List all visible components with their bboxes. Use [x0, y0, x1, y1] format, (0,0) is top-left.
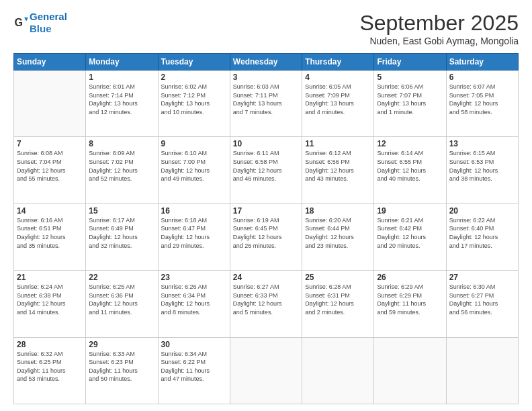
day-info: Sunrise: 6:15 AM Sunset: 6:53 PM Dayligh… [449, 149, 515, 183]
day-info: Sunrise: 6:16 AM Sunset: 6:51 PM Dayligh… [17, 216, 83, 250]
day-number: 30 [161, 340, 227, 349]
day-number: 29 [89, 340, 154, 349]
calendar-cell: 12Sunrise: 6:14 AM Sunset: 6:55 PM Dayli… [374, 137, 446, 203]
day-info: Sunrise: 6:20 AM Sunset: 6:44 PM Dayligh… [305, 216, 371, 250]
calendar-cell: 23Sunrise: 6:26 AM Sunset: 6:34 PM Dayli… [158, 271, 230, 337]
day-number: 11 [305, 139, 371, 148]
logo-icon: G [13, 15, 28, 30]
calendar-cell: 19Sunrise: 6:21 AM Sunset: 6:42 PM Dayli… [374, 203, 446, 270]
calendar-week-row: 14Sunrise: 6:16 AM Sunset: 6:51 PM Dayli… [14, 203, 519, 270]
page-header: G General Blue September 2025 Nuden, Eas… [13, 11, 519, 46]
day-number: 7 [17, 139, 83, 148]
calendar-cell: 2Sunrise: 6:02 AM Sunset: 7:12 PM Daylig… [158, 71, 230, 137]
calendar-week-row: 7Sunrise: 6:08 AM Sunset: 7:04 PM Daylig… [14, 137, 519, 203]
day-info: Sunrise: 6:22 AM Sunset: 6:40 PM Dayligh… [449, 216, 515, 250]
calendar-cell: 3Sunrise: 6:03 AM Sunset: 7:11 PM Daylig… [230, 71, 302, 137]
day-info: Sunrise: 6:10 AM Sunset: 7:00 PM Dayligh… [161, 149, 227, 183]
calendar-cell: 25Sunrise: 6:28 AM Sunset: 6:31 PM Dayli… [302, 271, 374, 337]
calendar-cell: 7Sunrise: 6:08 AM Sunset: 7:04 PM Daylig… [14, 137, 86, 203]
calendar-cell [14, 71, 86, 137]
logo-text-line2: Blue [30, 23, 67, 35]
day-number: 20 [449, 206, 515, 216]
day-number: 22 [89, 273, 154, 282]
calendar-cell: 14Sunrise: 6:16 AM Sunset: 6:51 PM Dayli… [14, 203, 86, 270]
calendar-header-row: SundayMondayTuesdayWednesdayThursdayFrid… [14, 54, 519, 71]
weekday-header-thursday: Thursday [302, 54, 374, 71]
day-info: Sunrise: 6:11 AM Sunset: 6:58 PM Dayligh… [233, 149, 299, 183]
day-info: Sunrise: 6:07 AM Sunset: 7:05 PM Dayligh… [449, 83, 515, 116]
day-info: Sunrise: 6:14 AM Sunset: 6:55 PM Dayligh… [377, 149, 443, 183]
calendar-week-row: 21Sunrise: 6:24 AM Sunset: 6:38 PM Dayli… [14, 271, 519, 337]
day-info: Sunrise: 6:05 AM Sunset: 7:09 PM Dayligh… [305, 83, 371, 116]
calendar-cell: 18Sunrise: 6:20 AM Sunset: 6:44 PM Dayli… [302, 203, 374, 270]
weekday-header-wednesday: Wednesday [230, 54, 302, 71]
day-number: 19 [377, 206, 443, 216]
calendar-cell: 22Sunrise: 6:25 AM Sunset: 6:36 PM Dayli… [86, 271, 158, 337]
calendar-cell: 4Sunrise: 6:05 AM Sunset: 7:09 PM Daylig… [302, 71, 374, 137]
day-info: Sunrise: 6:19 AM Sunset: 6:45 PM Dayligh… [233, 216, 299, 250]
day-number: 21 [17, 273, 83, 282]
calendar-cell [446, 337, 518, 404]
day-number: 18 [305, 206, 371, 216]
calendar-cell: 20Sunrise: 6:22 AM Sunset: 6:40 PM Dayli… [446, 203, 518, 270]
logo-text-line1: General [30, 11, 67, 23]
day-number: 10 [233, 139, 299, 148]
calendar-cell: 17Sunrise: 6:19 AM Sunset: 6:45 PM Dayli… [230, 203, 302, 270]
day-number: 12 [377, 139, 443, 148]
day-number: 16 [161, 206, 227, 216]
svg-marker-1 [24, 17, 28, 21]
day-number: 27 [449, 273, 515, 282]
month-title: September 2025 [359, 11, 519, 36]
calendar-cell [230, 337, 302, 404]
day-info: Sunrise: 6:17 AM Sunset: 6:49 PM Dayligh… [89, 216, 154, 250]
calendar-cell: 26Sunrise: 6:29 AM Sunset: 6:29 PM Dayli… [374, 271, 446, 337]
day-info: Sunrise: 6:09 AM Sunset: 7:02 PM Dayligh… [89, 149, 154, 183]
day-info: Sunrise: 6:34 AM Sunset: 6:22 PM Dayligh… [161, 350, 227, 383]
weekday-header-sunday: Sunday [14, 54, 86, 71]
calendar-cell: 15Sunrise: 6:17 AM Sunset: 6:49 PM Dayli… [86, 203, 158, 270]
day-number: 24 [233, 273, 299, 282]
day-number: 2 [161, 73, 227, 82]
day-info: Sunrise: 6:03 AM Sunset: 7:11 PM Dayligh… [233, 83, 299, 116]
day-number: 13 [449, 139, 515, 148]
calendar-cell: 28Sunrise: 6:32 AM Sunset: 6:25 PM Dayli… [14, 337, 86, 404]
calendar-cell: 24Sunrise: 6:27 AM Sunset: 6:33 PM Dayli… [230, 271, 302, 337]
calendar-cell: 9Sunrise: 6:10 AM Sunset: 7:00 PM Daylig… [158, 137, 230, 203]
day-info: Sunrise: 6:29 AM Sunset: 6:29 PM Dayligh… [377, 283, 443, 316]
day-info: Sunrise: 6:27 AM Sunset: 6:33 PM Dayligh… [233, 283, 299, 316]
calendar-cell [374, 337, 446, 404]
day-number: 4 [305, 73, 371, 82]
weekday-header-tuesday: Tuesday [158, 54, 230, 71]
day-info: Sunrise: 6:25 AM Sunset: 6:36 PM Dayligh… [89, 283, 154, 316]
day-info: Sunrise: 6:30 AM Sunset: 6:27 PM Dayligh… [449, 283, 515, 316]
day-number: 28 [17, 340, 83, 349]
day-info: Sunrise: 6:01 AM Sunset: 7:14 PM Dayligh… [89, 83, 154, 116]
day-info: Sunrise: 6:28 AM Sunset: 6:31 PM Dayligh… [305, 283, 371, 316]
day-info: Sunrise: 6:12 AM Sunset: 6:56 PM Dayligh… [305, 149, 371, 183]
day-number: 17 [233, 206, 299, 216]
weekday-header-saturday: Saturday [446, 54, 518, 71]
day-info: Sunrise: 6:08 AM Sunset: 7:04 PM Dayligh… [17, 149, 83, 183]
day-number: 14 [17, 206, 83, 216]
calendar-cell: 11Sunrise: 6:12 AM Sunset: 6:56 PM Dayli… [302, 137, 374, 203]
calendar-cell: 16Sunrise: 6:18 AM Sunset: 6:47 PM Dayli… [158, 203, 230, 270]
day-info: Sunrise: 6:21 AM Sunset: 6:42 PM Dayligh… [377, 216, 443, 250]
calendar-cell: 1Sunrise: 6:01 AM Sunset: 7:14 PM Daylig… [86, 71, 158, 137]
calendar-cell: 29Sunrise: 6:33 AM Sunset: 6:23 PM Dayli… [86, 337, 158, 404]
calendar-cell: 30Sunrise: 6:34 AM Sunset: 6:22 PM Dayli… [158, 337, 230, 404]
day-number: 1 [89, 73, 154, 82]
calendar-table: SundayMondayTuesdayWednesdayThursdayFrid… [13, 53, 519, 404]
day-number: 15 [89, 206, 154, 216]
day-info: Sunrise: 6:06 AM Sunset: 7:07 PM Dayligh… [377, 83, 443, 116]
day-info: Sunrise: 6:24 AM Sunset: 6:38 PM Dayligh… [17, 283, 83, 316]
day-info: Sunrise: 6:02 AM Sunset: 7:12 PM Dayligh… [161, 83, 227, 116]
day-number: 8 [89, 139, 154, 148]
title-block: September 2025 Nuden, East Gobi Aymag, M… [359, 11, 519, 46]
logo: G General Blue [13, 11, 67, 35]
day-info: Sunrise: 6:33 AM Sunset: 6:23 PM Dayligh… [89, 350, 154, 383]
svg-text:G: G [14, 16, 23, 28]
calendar-cell: 8Sunrise: 6:09 AM Sunset: 7:02 PM Daylig… [86, 137, 158, 203]
day-number: 26 [377, 273, 443, 282]
day-number: 25 [305, 273, 371, 282]
day-info: Sunrise: 6:18 AM Sunset: 6:47 PM Dayligh… [161, 216, 227, 250]
